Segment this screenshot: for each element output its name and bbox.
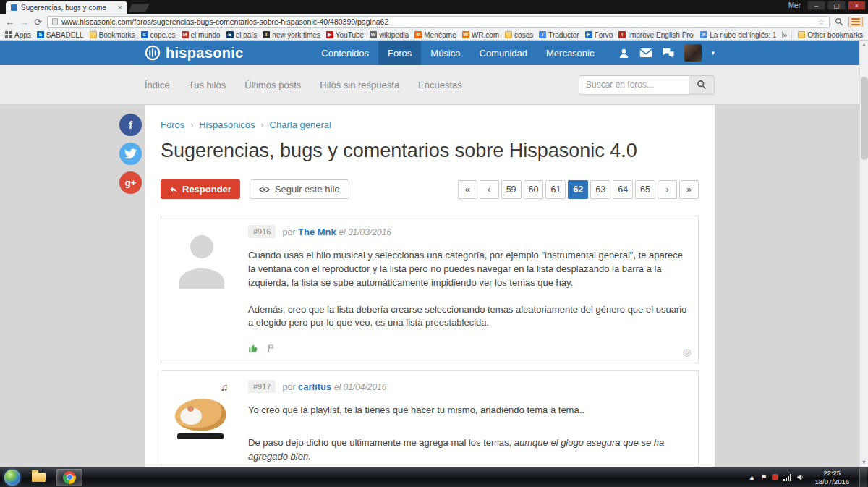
tab-close-icon[interactable]: × xyxy=(118,4,122,12)
nav-mercasonic[interactable]: Mercasonic xyxy=(537,41,603,65)
report-flag-button[interactable] xyxy=(267,344,276,353)
bookmark-improve-english-pron[interactable]: IImprove English Pron: xyxy=(618,31,694,39)
author-link[interactable]: carlitus xyxy=(298,381,331,392)
hidden-icons-button[interactable]: ▲ xyxy=(749,474,756,481)
breadcrumb-foros[interactable]: Foros xyxy=(161,119,184,130)
bookmark-bookmarks[interactable]: Bookmarks xyxy=(90,31,135,39)
mail-icon[interactable] xyxy=(639,48,652,58)
reply-button[interactable]: Responder xyxy=(161,179,240,199)
bookmark-label: Apps xyxy=(14,31,31,39)
breadcrumb-hispasónicos[interactable]: Hispasónicos xyxy=(199,119,255,130)
back-button[interactable]: ← xyxy=(5,17,14,27)
like-button[interactable] xyxy=(248,343,259,354)
pagination-63[interactable]: 63 xyxy=(590,180,610,199)
chrome-taskbar-icon[interactable] xyxy=(56,469,82,486)
forum-subnav: ÍndiceTus hilosÚltimos postsHilos sin re… xyxy=(0,65,859,105)
forum-nav-encuestas[interactable]: Encuestas xyxy=(418,80,462,90)
show-desktop-button[interactable] xyxy=(859,467,867,487)
volume-icon[interactable] xyxy=(796,473,804,481)
forum-nav-tus-hilos[interactable]: Tus hilos xyxy=(189,80,226,90)
pagination-[interactable]: › xyxy=(658,180,677,199)
bookmark-cope-es[interactable]: ccope.es xyxy=(141,31,176,39)
avatar-placeholder[interactable] xyxy=(170,225,234,289)
forum-post-917: ♫ #917 por carlitus xyxy=(161,370,699,467)
search-button[interactable] xyxy=(689,75,715,95)
taskbar-clock[interactable]: 22:25 18/07/2016 xyxy=(809,469,854,486)
chat-icon[interactable] xyxy=(662,47,675,59)
scroll-down-arrow[interactable]: ▼ xyxy=(861,458,867,467)
googleplus-share-button[interactable]: g+ xyxy=(119,171,142,194)
network-icon[interactable] xyxy=(783,474,791,481)
address-bar[interactable]: www.hispasonic.com/foros/sugerencias-bug… xyxy=(47,16,830,28)
facebook-share-button[interactable]: f xyxy=(119,114,142,136)
page-scrollbar[interactable]: ▲ ▼ xyxy=(859,41,868,467)
chevron-down-icon[interactable]: ▾ xyxy=(711,49,715,56)
nav-foros[interactable]: Foros xyxy=(378,41,421,65)
folder-icon xyxy=(505,31,512,38)
scrollbar-thumb[interactable] xyxy=(861,77,868,160)
pagination-[interactable]: « xyxy=(458,180,477,199)
bookmark-cosas[interactable]: cosas xyxy=(505,31,533,39)
bookmark-apps[interactable]: Apps xyxy=(5,31,31,39)
bookmark-la-nube-del-inglés-11[interactable]: nLa nube del inglés: 11 xyxy=(700,31,776,39)
follow-thread-button[interactable]: Seguir este hilo xyxy=(250,179,349,199)
new-tab-button[interactable] xyxy=(128,4,150,12)
pagination-59[interactable]: 59 xyxy=(501,180,522,199)
system-tray: ▲ ⚑ 22:25 18/07/2016 xyxy=(749,467,868,487)
flag-tray-icon[interactable]: ⚑ xyxy=(760,474,767,481)
browser-tab[interactable]: Sugerencias, bugs y come × xyxy=(6,1,127,14)
pagination-64[interactable]: 64 xyxy=(613,180,633,199)
close-button[interactable]: × xyxy=(848,1,866,10)
nav-comunidad[interactable]: Comunidad xyxy=(470,41,537,65)
start-button[interactable] xyxy=(4,470,20,486)
screen: Sugerencias, bugs y come × Mer – ▢ × ← →… xyxy=(0,0,868,487)
reload-button[interactable]: ⟳ xyxy=(34,17,42,27)
forum-nav-últimos-posts[interactable]: Últimos posts xyxy=(244,80,301,90)
pagination-60[interactable]: 60 xyxy=(524,180,544,199)
scroll-up-arrow[interactable]: ▲ xyxy=(861,41,867,49)
forum-nav-hilos-sin-respuesta[interactable]: Hilos sin respuesta xyxy=(320,80,399,90)
forum-post-916: #916 por The Mnk el 31/03/2016 Cuando us… xyxy=(161,216,699,363)
bookmark-el-mundo[interactable]: Mel mundo xyxy=(182,31,221,39)
favicon-icon: ▶ xyxy=(326,31,333,38)
pagination-65[interactable]: 65 xyxy=(635,180,655,199)
pagination-61[interactable]: 61 xyxy=(545,180,566,199)
nav-música[interactable]: Música xyxy=(421,41,469,65)
maximize-button[interactable]: ▢ xyxy=(827,1,846,10)
bookmark-wikipedia[interactable]: Wwikipedia xyxy=(370,31,409,39)
forum-nav-índice[interactable]: Índice xyxy=(145,80,170,90)
permalink-icon[interactable]: ◎ xyxy=(683,347,691,357)
bookmark-menéame[interactable]: mMenéame xyxy=(414,31,456,39)
search-input[interactable] xyxy=(579,75,689,95)
zoom-indicator-icon[interactable] xyxy=(835,17,843,26)
user-add-icon[interactable] xyxy=(618,47,630,59)
favicon-icon: T xyxy=(263,31,270,38)
explorer-taskbar-icon[interactable] xyxy=(25,469,51,486)
profile-badge[interactable]: Mer xyxy=(788,1,801,9)
other-bookmarks-button[interactable]: Other bookmarks xyxy=(798,31,863,39)
user-avatar[interactable] xyxy=(684,44,702,62)
bookmark-youtube[interactable]: ▶YouTube xyxy=(326,31,364,39)
breadcrumb-charla-general[interactable]: Charla general xyxy=(270,119,331,130)
forward-button[interactable]: → xyxy=(20,17,29,27)
twitter-share-button[interactable] xyxy=(119,143,142,165)
bookmark-label: new york times xyxy=(272,31,320,39)
bookmark-sabadell[interactable]: SSABADELL xyxy=(37,31,84,39)
nav-contenidos[interactable]: Contenidos xyxy=(312,41,378,65)
avatar-image[interactable]: ♫ xyxy=(170,380,234,444)
bookmark-new-york-times[interactable]: Tnew york times xyxy=(263,31,320,39)
hispasonic-logo[interactable]: hispasonic xyxy=(145,45,243,62)
bookmark-traductor[interactable]: TTraductor xyxy=(539,31,579,39)
author-link[interactable]: The Mnk xyxy=(298,226,336,237)
minimize-button[interactable]: – xyxy=(807,1,825,10)
pagination-[interactable]: » xyxy=(679,180,699,199)
bookmark-forvo[interactable]: FForvo xyxy=(585,31,613,39)
alert-tray-icon[interactable] xyxy=(772,474,778,480)
bookmark-star-icon[interactable]: ☆ xyxy=(817,17,825,27)
chrome-menu-button[interactable] xyxy=(848,17,863,27)
pagination-62[interactable]: 62 xyxy=(568,180,588,199)
pagination-[interactable]: ‹ xyxy=(480,180,499,199)
bookmark-el-país[interactable]: Eel país xyxy=(226,31,257,39)
bookmark-wr-com[interactable]: WWR.com xyxy=(462,31,499,39)
bookmarks-overflow-button[interactable]: » xyxy=(783,30,791,39)
